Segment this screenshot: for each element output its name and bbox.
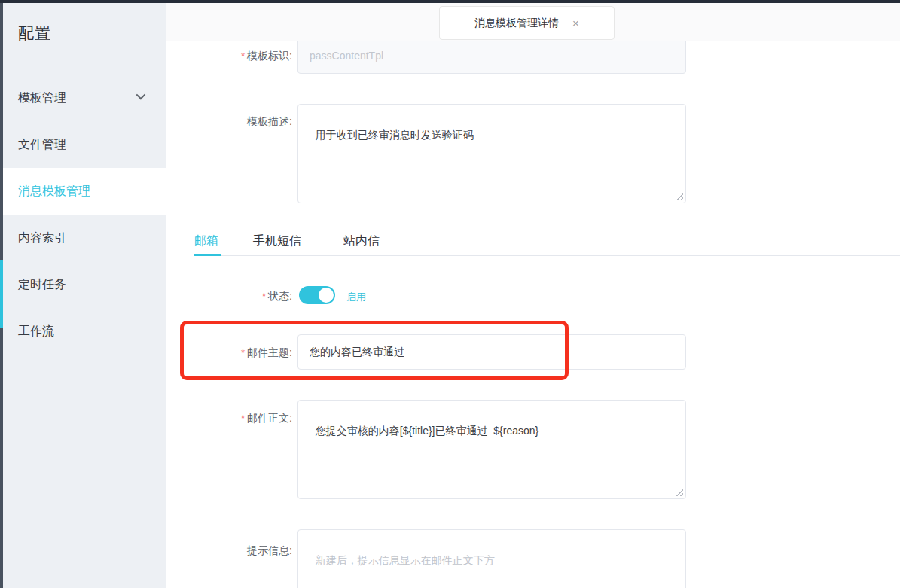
chevron-down-icon bbox=[136, 90, 146, 100]
hint-textarea[interactable]: 新建后，提示信息显示在邮件正文下方 bbox=[297, 529, 686, 588]
hint-placeholder: 新建后，提示信息显示在邮件正文下方 bbox=[316, 554, 495, 566]
sidebar-item-label: 模板管理 bbox=[18, 90, 66, 106]
close-icon[interactable]: × bbox=[572, 17, 579, 29]
resize-grip-icon[interactable] bbox=[676, 193, 683, 200]
sidebar-divider bbox=[18, 69, 151, 69]
sidebar-item-label: 消息模板管理 bbox=[18, 184, 90, 200]
channel-tab-email[interactable]: 邮箱 bbox=[194, 233, 218, 249]
sidebar-item-file-management[interactable]: 文件管理 bbox=[3, 121, 166, 168]
sidebar-item-label: 工作流 bbox=[18, 324, 54, 340]
body-textarea[interactable]: 您提交审核的内容[${title}]已终审通过 ${reason} bbox=[297, 400, 686, 499]
sidebar-item-template-management[interactable]: 模板管理 bbox=[3, 75, 166, 121]
hint-label: 提示信息: bbox=[181, 544, 292, 558]
status-label: *状态: bbox=[181, 290, 292, 303]
toggle-knob bbox=[319, 288, 334, 303]
channel-tab-sms[interactable]: 手机短信 bbox=[253, 233, 301, 249]
template-id-label: *模板标识: bbox=[181, 50, 292, 63]
sidebar-title: 配置 bbox=[18, 23, 51, 44]
sidebar-item-label: 定时任务 bbox=[18, 277, 66, 293]
rail-scrollbar-thumb[interactable] bbox=[0, 260, 3, 328]
top-app-bar bbox=[0, 0, 900, 3]
status-state-text: 启用 bbox=[346, 291, 366, 304]
subject-input[interactable]: 您的内容已终审通过 bbox=[297, 334, 686, 370]
sidebar-item-scheduled-tasks[interactable]: 定时任务 bbox=[3, 261, 166, 308]
resize-grip-icon[interactable] bbox=[676, 489, 683, 496]
channel-tabs-divider bbox=[194, 255, 900, 256]
template-id-input[interactable]: passContentTpl bbox=[297, 38, 686, 74]
sidebar-menu: 模板管理 文件管理 消息模板管理 内容索引 定时任务 工作流 bbox=[3, 75, 166, 355]
sidebar-item-label: 文件管理 bbox=[18, 137, 66, 153]
template-desc-label: 模板描述: bbox=[181, 115, 292, 129]
subject-value: 您的内容已终审通过 bbox=[310, 346, 404, 359]
required-asterisk: * bbox=[241, 347, 245, 358]
sidebar-item-content-index[interactable]: 内容索引 bbox=[3, 215, 166, 261]
template-desc-value: 用于收到已终审消息时发送验证码 bbox=[316, 129, 474, 141]
template-desc-textarea[interactable]: 用于收到已终审消息时发送验证码 bbox=[297, 104, 686, 203]
sidebar: 配置 模板管理 文件管理 消息模板管理 内容索引 定时任务 工作流 bbox=[3, 3, 166, 588]
active-tab-underline bbox=[194, 254, 221, 256]
body-label: *邮件正文: bbox=[181, 412, 292, 425]
required-asterisk: * bbox=[241, 50, 245, 62]
channel-tab-site-message[interactable]: 站内信 bbox=[343, 233, 380, 249]
sidebar-item-workflow[interactable]: 工作流 bbox=[3, 308, 166, 355]
tab-message-template-detail[interactable]: 消息模板管理详情 × bbox=[439, 6, 615, 40]
required-asterisk: * bbox=[262, 291, 266, 302]
required-asterisk: * bbox=[241, 413, 245, 424]
template-id-value: passContentTpl bbox=[310, 50, 383, 62]
body-value: 您提交审核的内容[${title}]已终审通过 ${reason} bbox=[316, 425, 538, 437]
status-toggle[interactable] bbox=[299, 286, 335, 304]
sidebar-item-label: 内容索引 bbox=[18, 230, 66, 246]
tab-label: 消息模板管理详情 bbox=[474, 17, 559, 30]
sidebar-item-message-template-management[interactable]: 消息模板管理 bbox=[3, 168, 166, 215]
subject-label: *邮件主题: bbox=[181, 346, 292, 360]
